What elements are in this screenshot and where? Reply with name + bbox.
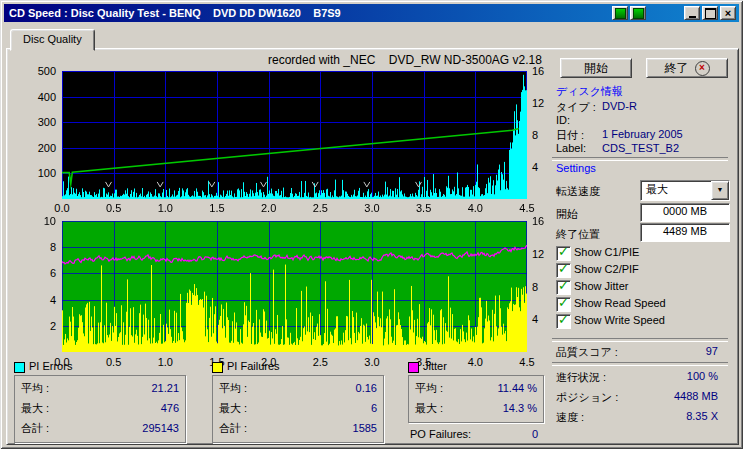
check-icon: ✓ bbox=[558, 278, 569, 293]
position-label: ポジション : bbox=[556, 390, 618, 405]
x-axis-tick-label: 3.0 bbox=[355, 356, 389, 368]
pif-jitter-chart bbox=[62, 221, 527, 352]
start-button-label: 開始 bbox=[584, 60, 608, 77]
legend-swatch-pi-failures bbox=[212, 362, 223, 373]
y-axis-tick-label: 10 bbox=[30, 215, 56, 227]
disc-info-label: タイプ : bbox=[556, 100, 596, 115]
minimize-button[interactable] bbox=[684, 6, 700, 20]
maximize-icon bbox=[705, 8, 716, 19]
settings-header: Settings bbox=[556, 162, 596, 174]
check-icon: ✓ bbox=[558, 312, 569, 327]
stat-label: 合計 : bbox=[219, 421, 247, 436]
checkbox-show-c2-pif[interactable]: ✓ bbox=[556, 263, 571, 278]
stat-row: 平均 :11.44 % bbox=[409, 378, 543, 398]
stat-label: 最大 : bbox=[415, 401, 443, 416]
legend-title: PI Failures bbox=[227, 360, 280, 372]
y2-axis-tick-label: 8 bbox=[532, 129, 538, 141]
legend-title: Jitter bbox=[423, 360, 447, 372]
green-chart-icon bbox=[615, 8, 626, 19]
divider bbox=[552, 362, 728, 366]
legend-swatch-jitter bbox=[408, 362, 419, 373]
checkbox-label: Show C2/PIF bbox=[574, 263, 639, 275]
exit-icon: × bbox=[695, 61, 710, 76]
disc-info-value: 1 February 2005 bbox=[602, 128, 683, 140]
y-axis-tick-label: 6 bbox=[30, 267, 56, 279]
stat-box: 平均 :0.16最大 :6合計 :1585 bbox=[212, 375, 384, 443]
start-button[interactable]: 開始 bbox=[560, 58, 632, 78]
pie-speed-chart bbox=[62, 71, 527, 199]
x-axis-tick-label: 4.0 bbox=[458, 356, 492, 368]
stat-value: 295143 bbox=[142, 422, 179, 434]
stat-row: 最大 :14.3 % bbox=[409, 398, 543, 418]
titlebar-buttons: × bbox=[610, 6, 736, 20]
stat-value: 21.21 bbox=[151, 382, 179, 394]
x-axis-tick-label: 0.5 bbox=[97, 202, 131, 214]
checkbox-show-read-speed[interactable]: ✓ bbox=[556, 297, 571, 312]
stat-value: 1585 bbox=[353, 422, 377, 434]
chevron-down-icon[interactable]: ▼ bbox=[711, 181, 729, 200]
x-axis-tick-label: 1.0 bbox=[148, 202, 182, 214]
maximize-button[interactable] bbox=[702, 6, 718, 20]
disc-info-header: ディスク情報 bbox=[556, 84, 623, 99]
speed-value: 8.35 X bbox=[630, 410, 718, 422]
x-axis-tick-label: 0.0 bbox=[45, 202, 79, 214]
stat-label: 平均 : bbox=[21, 381, 49, 396]
exit-button[interactable]: 終了 × bbox=[646, 58, 728, 78]
start-position-field[interactable]: 0000 MB bbox=[640, 203, 730, 222]
checkbox-label: Show Jitter bbox=[574, 280, 628, 292]
po-failures-label: PO Failures: bbox=[410, 428, 471, 440]
checkbox-show-write-speed[interactable]: ✓ bbox=[556, 314, 571, 329]
start-position-label: 開始 bbox=[556, 207, 578, 222]
x-axis-tick-label: 2.5 bbox=[303, 356, 337, 368]
stat-label: 平均 : bbox=[415, 381, 443, 396]
check-icon: ✓ bbox=[558, 244, 569, 259]
stat-row: 最大 :476 bbox=[15, 398, 185, 418]
disc-info-label: 日付 : bbox=[556, 128, 584, 143]
y2-axis-tick-label: 4 bbox=[532, 161, 538, 173]
y-axis-tick-label: 300 bbox=[30, 116, 56, 128]
progress-label: 進行状況 : bbox=[556, 370, 606, 385]
transfer-speed-label: 転送速度 bbox=[556, 184, 600, 199]
disc-info-value: CDS_TEST_B2 bbox=[602, 142, 679, 154]
close-button[interactable]: × bbox=[720, 6, 736, 20]
tab-disc-quality[interactable]: Disc Quality bbox=[10, 29, 95, 51]
stat-row: 平均 :0.16 bbox=[213, 378, 383, 398]
stat-label: 最大 : bbox=[21, 401, 49, 416]
transfer-speed-select[interactable]: 最大 ▼ bbox=[640, 180, 730, 201]
green-disc-icon bbox=[633, 8, 644, 19]
y-axis-tick-label: 4 bbox=[30, 294, 56, 306]
speed-label: 速度 : bbox=[556, 410, 584, 425]
y-axis-tick-label: 400 bbox=[30, 91, 56, 103]
transfer-speed-value: 最大 bbox=[641, 181, 711, 200]
disc-info-value: DVD-R bbox=[602, 100, 637, 112]
x-axis-tick-label: 3.0 bbox=[355, 202, 389, 214]
disc-info-label: ID: bbox=[556, 114, 570, 126]
recorded-with-label: recorded with _NEC DVD_RW ND-3500AG v2.1… bbox=[268, 53, 542, 67]
x-axis-tick-label: 4.5 bbox=[510, 356, 544, 368]
x-axis-tick-label: 1.5 bbox=[200, 202, 234, 214]
stat-value: 476 bbox=[161, 402, 179, 414]
stat-value: 6 bbox=[371, 402, 377, 414]
x-axis-tick-label: 2.5 bbox=[303, 202, 337, 214]
y-axis-tick-label: 8 bbox=[30, 241, 56, 253]
stat-row: 合計 :1585 bbox=[213, 418, 383, 438]
disc-info-label: Label: bbox=[556, 142, 586, 154]
titlebar-chart-icon-button-1[interactable] bbox=[612, 6, 628, 20]
progress-value: 100 % bbox=[630, 370, 718, 382]
divider bbox=[552, 338, 728, 342]
stat-box: 平均 :21.21最大 :476合計 :295143 bbox=[14, 375, 186, 443]
checkbox-show-jitter[interactable]: ✓ bbox=[556, 280, 571, 295]
exit-button-label: 終了 bbox=[665, 60, 689, 77]
checkbox-label: Show C1/PIE bbox=[574, 246, 639, 258]
window-title: CD Speed : Disc Quality Test - BENQ DVD … bbox=[4, 7, 341, 19]
y-axis-tick-label: 500 bbox=[30, 65, 56, 77]
end-position-field[interactable]: 4489 MB bbox=[640, 223, 730, 242]
checkbox-show-c1-pie[interactable]: ✓ bbox=[556, 246, 571, 261]
titlebar-chart-icon-button-2[interactable] bbox=[630, 6, 646, 20]
po-failures-value: 0 bbox=[480, 428, 538, 440]
legend-swatch-pi-errors bbox=[14, 362, 25, 373]
x-axis-tick-label: 3.5 bbox=[407, 202, 441, 214]
x-axis-tick-label: 2.0 bbox=[252, 202, 286, 214]
quality-score-label: 品質スコア : bbox=[556, 345, 618, 360]
stat-label: 合計 : bbox=[21, 421, 49, 436]
